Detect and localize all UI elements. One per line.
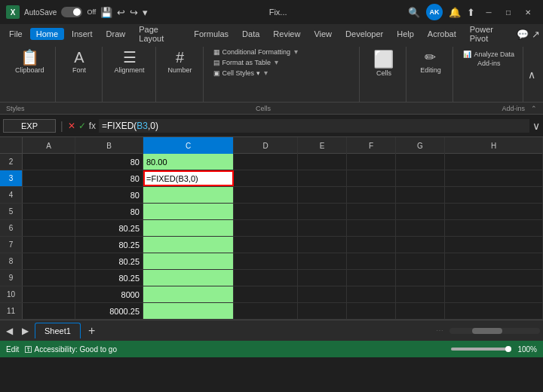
- menu-page-layout[interactable]: Page Layout: [133, 23, 186, 44]
- cell-g2[interactable]: [396, 154, 445, 170]
- cell-c11[interactable]: [143, 303, 234, 319]
- cell-g7[interactable]: [396, 237, 445, 253]
- cell-f9[interactable]: [347, 270, 396, 286]
- menu-developer[interactable]: Developer: [339, 28, 389, 40]
- cell-f2[interactable]: [347, 154, 396, 170]
- cell-d10[interactable]: [234, 286, 298, 302]
- cell-a5[interactable]: [23, 204, 75, 219]
- cell-c6[interactable]: [143, 220, 234, 236]
- menu-insert[interactable]: Insert: [66, 28, 99, 40]
- cell-d2[interactable]: [234, 154, 298, 170]
- cell-b7[interactable]: 80.25: [75, 237, 143, 253]
- menu-review[interactable]: Review: [267, 28, 306, 40]
- cell-d5[interactable]: [234, 204, 298, 219]
- redo-icon[interactable]: ↪: [130, 7, 138, 18]
- menu-power-pivot[interactable]: Power Pivot: [464, 23, 515, 44]
- menu-help[interactable]: Help: [391, 28, 420, 40]
- horizontal-scrollbar[interactable]: [449, 328, 540, 334]
- cell-g11[interactable]: [396, 303, 445, 319]
- ribbon-up-icon[interactable]: ⌃: [531, 105, 537, 112]
- cell-d11[interactable]: [234, 303, 298, 319]
- confirm-formula-button[interactable]: ✓: [78, 121, 86, 131]
- cancel-formula-button[interactable]: ✕: [68, 121, 75, 131]
- cells-button[interactable]: ⬜ Cells: [370, 47, 397, 80]
- cell-f6[interactable]: [347, 220, 396, 236]
- cell-f8[interactable]: [347, 253, 396, 269]
- cell-b10[interactable]: 8000: [75, 286, 143, 302]
- cell-g6[interactable]: [396, 220, 445, 236]
- cell-g8[interactable]: [396, 253, 445, 269]
- cell-d8[interactable]: [234, 253, 298, 269]
- sheet-nav-next[interactable]: ▶: [19, 326, 32, 336]
- cell-f7[interactable]: [347, 237, 396, 253]
- cell-c5[interactable]: [143, 204, 234, 219]
- cell-b5[interactable]: 80: [75, 204, 143, 219]
- cell-c2[interactable]: 80.00: [143, 154, 234, 170]
- cell-e11[interactable]: [298, 303, 347, 319]
- cell-b9[interactable]: 80.25: [75, 270, 143, 286]
- col-header-f[interactable]: F: [347, 137, 396, 154]
- add-sheet-button[interactable]: +: [84, 324, 100, 338]
- cell-a11[interactable]: [23, 303, 75, 319]
- cell-e4[interactable]: [298, 187, 347, 203]
- cell-c7[interactable]: [143, 237, 234, 253]
- close-button[interactable]: ✕: [519, 6, 537, 18]
- menu-acrobat[interactable]: Acrobat: [422, 28, 462, 40]
- cell-g3[interactable]: [396, 170, 445, 186]
- cell-f10[interactable]: [347, 286, 396, 302]
- user-avatar[interactable]: AK: [426, 4, 443, 20]
- cell-styles-button[interactable]: ▣ Cell Styles ▾ ▾: [211, 68, 270, 78]
- menu-file[interactable]: File: [3, 28, 29, 40]
- cell-b4[interactable]: 80: [75, 187, 143, 203]
- cell-d9[interactable]: [234, 270, 298, 286]
- number-button[interactable]: # Number: [164, 47, 197, 77]
- formula-expand-button[interactable]: ∨: [532, 120, 540, 132]
- cell-a2[interactable]: [23, 154, 75, 170]
- analyze-data-button[interactable]: 📊 Analyze Data: [461, 50, 517, 59]
- cell-a7[interactable]: [23, 237, 75, 253]
- clipboard-button[interactable]: 📋 Clipboard: [11, 47, 49, 77]
- cell-b3[interactable]: 80: [75, 170, 143, 186]
- sheet-options-icon[interactable]: ⋯: [436, 326, 443, 335]
- conditional-formatting-button[interactable]: ▦ Conditional Formatting ▾: [211, 47, 301, 57]
- maximize-button[interactable]: □: [499, 6, 517, 18]
- col-header-a[interactable]: A: [23, 137, 75, 154]
- menu-home[interactable]: Home: [30, 28, 64, 40]
- menu-view[interactable]: View: [308, 28, 338, 40]
- notifications-icon[interactable]: 🔔: [449, 7, 461, 18]
- cell-e2[interactable]: [298, 154, 347, 170]
- autosave-toggle[interactable]: [61, 7, 82, 17]
- cell-e10[interactable]: [298, 286, 347, 302]
- cell-c3[interactable]: =FIXED(B3,0): [143, 170, 234, 186]
- col-header-g[interactable]: G: [396, 137, 445, 154]
- cell-e3[interactable]: [298, 170, 347, 186]
- cell-g4[interactable]: [396, 187, 445, 203]
- cell-a6[interactable]: [23, 220, 75, 236]
- col-header-b[interactable]: B: [75, 137, 143, 154]
- cell-h5[interactable]: [445, 204, 543, 219]
- menu-draw[interactable]: Draw: [100, 28, 132, 40]
- cell-c9[interactable]: [143, 270, 234, 286]
- cell-h8[interactable]: [445, 253, 543, 269]
- cell-h7[interactable]: [445, 237, 543, 253]
- cell-e7[interactable]: [298, 237, 347, 253]
- more-tools-icon[interactable]: ▾: [143, 7, 148, 18]
- zoom-slider[interactable]: [451, 348, 511, 351]
- cell-d3[interactable]: [234, 170, 298, 186]
- ribbon-toggle-icon[interactable]: ⬆: [467, 7, 475, 18]
- cell-a9[interactable]: [23, 270, 75, 286]
- cell-h3[interactable]: [445, 170, 543, 186]
- menu-data[interactable]: Data: [236, 28, 265, 40]
- cell-b11[interactable]: 8000.25: [75, 303, 143, 319]
- cell-a10[interactable]: [23, 286, 75, 302]
- insert-function-button[interactable]: fx: [89, 121, 96, 131]
- cell-g9[interactable]: [396, 270, 445, 286]
- col-header-d[interactable]: D: [234, 137, 298, 154]
- cell-g5[interactable]: [396, 204, 445, 219]
- cell-a8[interactable]: [23, 253, 75, 269]
- sheet-tab-sheet1[interactable]: Sheet1: [35, 323, 81, 338]
- formula-input-area[interactable]: =FIXED(B3,0): [99, 119, 529, 133]
- cell-e6[interactable]: [298, 220, 347, 236]
- cell-f3[interactable]: [347, 170, 396, 186]
- cell-e8[interactable]: [298, 253, 347, 269]
